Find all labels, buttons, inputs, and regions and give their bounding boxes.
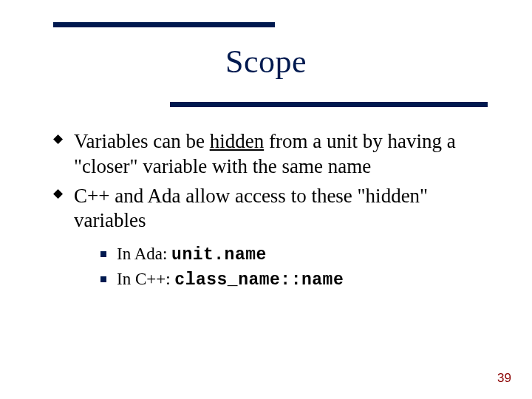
bullet-item-1: Variables can be hidden from a unit by h… xyxy=(53,129,488,180)
bullet-2-text: C++ and Ada allow access to these "hidde… xyxy=(74,185,428,232)
slide: Scope Variables can be hidden from a uni… xyxy=(0,0,532,399)
sub-cpp-code: class_name::name xyxy=(174,270,344,290)
bullet-1-underline: hidden xyxy=(210,130,265,152)
sub-ada-code: unit.name xyxy=(171,245,267,265)
slide-title: Scope xyxy=(0,43,532,81)
sub-cpp-label: In C++: xyxy=(117,270,174,288)
sub-item-ada: In Ada: unit.name xyxy=(100,244,488,266)
decor-rule-bottom xyxy=(170,102,488,107)
sub-item-cpp: In C++: class_name::name xyxy=(100,269,488,291)
bullet-item-2: C++ and Ada allow access to these "hidde… xyxy=(53,184,488,291)
bullet-1-text-pre: Variables can be xyxy=(74,130,210,152)
sub-bullet-list: In Ada: unit.name In C++: class_name::na… xyxy=(74,244,488,291)
slide-body: Variables can be hidden from a unit by h… xyxy=(53,129,488,296)
decor-rule-top xyxy=(53,22,275,27)
page-number: 39 xyxy=(497,371,511,386)
bullet-list: Variables can be hidden from a unit by h… xyxy=(53,129,488,291)
sub-ada-label: In Ada: xyxy=(117,245,171,263)
